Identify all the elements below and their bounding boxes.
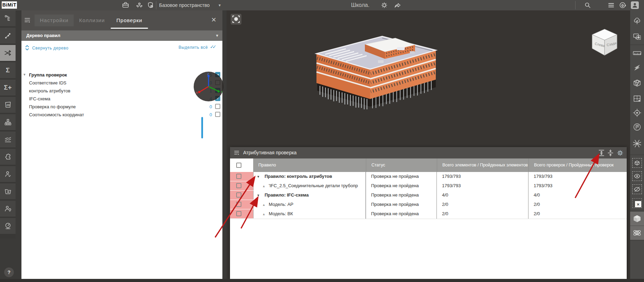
dashboard-gauge-icon[interactable] [0,218,16,234]
locate-target-icon[interactable] [630,106,644,120]
clear-visibility-icon[interactable]: × [630,196,644,210]
bimit-app: BiMiT Базовое пространство ▾ Школа. [0,0,644,282]
structure-chart-icon[interactable] [0,114,16,130]
table-row[interactable]: ▴ 'IFC_2.5_Соединительные детали трубопр… [230,181,627,191]
table-row[interactable]: ▴ Модель: АР Проверка не пройдена 2/0 2/… [230,200,627,210]
panel-menu-icon[interactable] [233,150,241,156]
row-expander-up[interactable]: ▴ [263,200,265,209]
table-row[interactable]: ▾ Правило: контроль атрибутов Проверка н… [230,172,627,182]
tree-item-ids[interactable]: Соответствие IDS 0 [21,79,222,87]
isolate-object-icon[interactable] [630,156,644,170]
sigma-icon[interactable]: Σ [0,62,16,78]
rule-cell: Модель: АР [269,200,293,209]
project-settings-gear-icon[interactable] [380,1,388,9]
2d-view-icon[interactable]: 2D [0,97,16,113]
tree-item-group[interactable]: ▾ Группа проверок 5 [21,71,222,79]
user-avatar[interactable] [631,1,639,9]
sigma-plus-icon[interactable]: Σ+ [0,80,16,95]
panel-menu-icon[interactable] [24,17,32,24]
collapse-rows-icon[interactable] [607,149,614,157]
tab-collisions[interactable]: Коллизии [78,15,106,26]
select-all-rows-cell[interactable] [230,158,253,172]
row-expander-down[interactable]: ▾ [257,191,259,200]
row-checkbox[interactable] [236,174,241,179]
solid-view-icon[interactable] [630,212,644,226]
row-checkbox[interactable] [236,211,241,216]
fit-view-button[interactable] [231,14,241,25]
header-checkbox[interactable] [236,163,241,168]
row-expander-up[interactable]: ▴ [263,209,265,218]
table-row[interactable]: ▾ Правило: IFC-схема Проверка не пройден… [230,191,627,200]
team-icon[interactable] [136,1,143,9]
row-checkbox[interactable] [236,202,241,207]
help-button[interactable]: ? [4,267,14,277]
tab-settings[interactable]: Настройки [35,15,74,26]
chevron-down-icon[interactable]: ▾ [216,30,218,41]
bottom-edge-strip [0,279,644,282]
section-box-icon[interactable] [630,76,644,90]
graphs-icon[interactable] [0,131,16,147]
checks-shuffle-icon[interactable] [0,45,16,61]
share-icon[interactable] [394,1,401,9]
table-row[interactable]: ▴ Модель: ВК Проверка не пройдена 2/0 2/… [230,209,627,219]
search-icon[interactable] [584,1,591,9]
status-cell: Проверка не пройдена [366,172,437,181]
building-model[interactable] [296,31,458,116]
rule-cell: Модель: ВК [269,209,293,218]
notifications-icon[interactable] [619,1,626,9]
grid-axes-icon[interactable] [630,137,644,151]
column-header-status[interactable]: Статус [366,158,437,172]
collapse-tree-button[interactable]: Свернуть дерево [25,45,68,52]
column-header-elements[interactable]: Всего элементов / Пройденных элементов [437,158,528,172]
tab-checks[interactable]: Проверки [114,15,145,26]
panel-tab-bar: Настройки Коллизии Проверки × [21,10,222,30]
environment-tree-icon[interactable] [630,14,644,28]
orbit-navigation-icon[interactable] [630,226,644,240]
list-icon[interactable] [607,1,615,9]
caret-down-icon[interactable]: ▾ [24,72,26,77]
close-icon[interactable]: × [209,15,219,25]
select-all-button[interactable]: Выделить всё [178,45,208,50]
expand-rows-icon[interactable] [598,149,605,157]
table-settings-gear-icon[interactable] [616,149,624,157]
elements-cell: 1793/793 [437,181,528,191]
show-object-eye-icon[interactable] [630,169,644,183]
branch-icon[interactable] [0,28,16,44]
rules-tree-header[interactable]: Дерево правил ▾ [21,30,222,41]
tree-checkbox-unchecked[interactable] [215,112,220,117]
bimit-logo[interactable]: BiMiT [2,1,17,9]
column-header-checks[interactable]: Всего проверок / Пройденных проверок [528,158,627,172]
tree-item-attributes[interactable]: контроль атрибутов 1 [21,87,222,95]
panel-scrollbar[interactable] [201,117,203,138]
floor-plan-icon[interactable] [630,92,644,106]
tree-item-label: Соответствие IDS [29,80,66,85]
axes-gizmo[interactable]: Z X Y [193,71,224,102]
view-cube[interactable]: Слева Сзади [589,26,620,57]
row-checkbox[interactable] [236,183,241,188]
tree-checkbox-unchecked[interactable] [215,104,220,109]
user-check-icon[interactable] [0,166,16,182]
selection-sets-icon[interactable] [630,30,644,44]
tree-item-coordinates[interactable]: Соотносимость координат 0 [21,111,222,119]
shield-status-icon[interactable] [147,1,154,9]
toolbar-divider [630,45,644,45]
project-title: Школа. [351,0,369,10]
import-folder-icon[interactable] [0,183,16,199]
row-expander-up[interactable]: ▴ [263,181,265,190]
user-location-icon[interactable] [0,201,16,217]
flag-marker-icon[interactable] [630,120,644,134]
flip-flash-icon[interactable] [630,61,644,74]
row-flag-cell [230,191,254,200]
tree-item-formula[interactable]: Проверка по формуле 0 [21,103,222,111]
column-header-rule[interactable]: Правило [253,158,366,172]
plugins-puzzle-icon[interactable] [0,149,16,165]
hide-object-eye-off-icon[interactable] [630,182,644,196]
briefcase-icon[interactable] [122,1,129,9]
workspace-selector[interactable]: Базовое пространство [159,0,210,10]
tree-item-ifc-schema[interactable]: IFC-схема 4 [21,95,222,103]
row-checkbox[interactable] [236,192,241,198]
chevron-down-icon[interactable]: ▾ [219,0,221,10]
row-expander-down[interactable]: ▾ [257,172,259,181]
measure-ruler-icon[interactable] [630,46,644,60]
model-tree-icon[interactable] [0,10,16,26]
